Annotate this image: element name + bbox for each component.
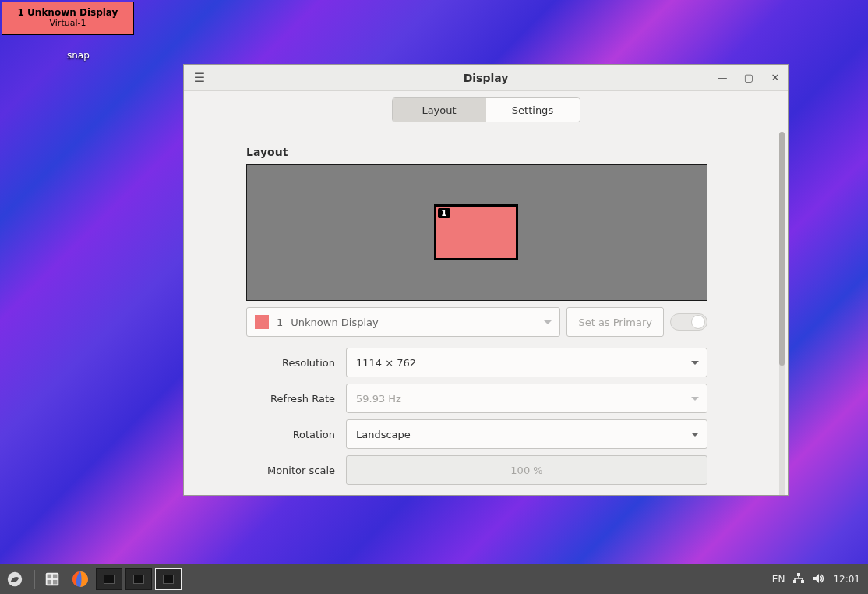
desktop: 1 Unknown Display Virtual-1 snap ☰ Displ… — [0, 0, 868, 594]
display-color-swatch — [255, 315, 269, 329]
svg-rect-2 — [48, 575, 52, 579]
svg-rect-4 — [48, 580, 52, 585]
display-osd-overlay: 1 Unknown Display Virtual-1 — [2, 2, 134, 35]
resolution-value: 868 × 594 — [356, 357, 416, 369]
taskbar-item-terminal[interactable] — [96, 568, 122, 590]
taskbar-item-terminal-2[interactable] — [125, 568, 152, 590]
taskbar: EN 12:01 — [0, 564, 868, 594]
close-button[interactable]: ✕ — [769, 72, 782, 83]
window-title: Display — [184, 72, 788, 84]
refresh-rate-dropdown[interactable]: 59.93 Hz — [346, 384, 707, 413]
preview-monitor-index: 1 — [438, 208, 450, 218]
display-settings-window: ☰ Display — ▢ ✕ Layout Settings Layout — [183, 64, 789, 496]
rotation-dropdown[interactable]: Landscape — [346, 419, 707, 449]
refresh-rate-value: 59.93 Hz — [356, 393, 401, 405]
section-heading-layout: Layout — [246, 146, 757, 158]
display-layout-preview[interactable]: 1 — [246, 164, 707, 301]
keyboard-layout-indicator[interactable]: EN — [772, 574, 785, 585]
toggle-knob — [691, 315, 705, 329]
chevron-down-icon — [691, 433, 699, 437]
mate-menu-button[interactable] — [5, 569, 25, 589]
monitor-scale-button[interactable]: 100 % — [346, 455, 707, 485]
display-selector-dropdown[interactable]: 1 Unknown Display — [246, 307, 560, 337]
refresh-rate-label: Refresh Rate — [246, 393, 335, 405]
display-selector-index: 1 — [277, 316, 283, 328]
resolution-dropdown[interactable]: 868 × 594 — [346, 348, 707, 377]
rotation-label: Rotation — [246, 429, 335, 440]
firefox-launcher[interactable] — [68, 567, 93, 592]
svg-rect-9 — [801, 580, 804, 583]
maximize-button[interactable]: ▢ — [743, 72, 755, 83]
tab-bar: Layout Settings — [184, 91, 788, 122]
clock[interactable]: 12:01 — [833, 574, 860, 585]
taskbar-item-display-settings[interactable] — [155, 568, 182, 590]
resolution-label: Resolution — [246, 357, 335, 369]
chevron-down-icon — [691, 397, 699, 401]
vertical-scrollbar[interactable] — [779, 132, 785, 495]
osd-display-name: 1 Unknown Display — [7, 7, 129, 18]
minimize-button[interactable]: — — [716, 72, 729, 83]
svg-rect-7 — [797, 573, 800, 576]
osd-connector-name: Virtual-1 — [7, 18, 129, 28]
svg-rect-8 — [793, 580, 796, 583]
rotation-value: Landscape — [356, 429, 411, 440]
chevron-down-icon — [691, 361, 699, 365]
chevron-down-icon — [544, 320, 552, 324]
display-selector-name: Unknown Display — [291, 316, 378, 328]
network-icon[interactable] — [792, 573, 805, 586]
monitor-scale-label: Monitor scale — [246, 465, 335, 476]
tab-layout[interactable]: Layout — [393, 98, 486, 122]
scrollbar-thumb[interactable] — [779, 132, 785, 366]
preview-monitor-1[interactable]: 1 — [434, 204, 518, 260]
taskbar-separator — [34, 570, 35, 589]
file-manager-launcher[interactable] — [40, 567, 65, 592]
svg-rect-3 — [53, 575, 58, 579]
hamburger-menu-button[interactable]: ☰ — [187, 65, 212, 90]
display-enabled-toggle[interactable] — [670, 313, 707, 331]
desktop-icon-label-snap[interactable]: snap — [67, 50, 90, 61]
titlebar[interactable]: ☰ Display — ▢ ✕ — [184, 65, 788, 91]
volume-icon[interactable] — [813, 573, 825, 586]
tab-settings[interactable]: Settings — [486, 98, 580, 122]
set-as-primary-button[interactable]: Set as Primary — [566, 307, 664, 337]
monitor-scale-value: 100 % — [510, 465, 542, 476]
svg-rect-5 — [53, 580, 58, 585]
